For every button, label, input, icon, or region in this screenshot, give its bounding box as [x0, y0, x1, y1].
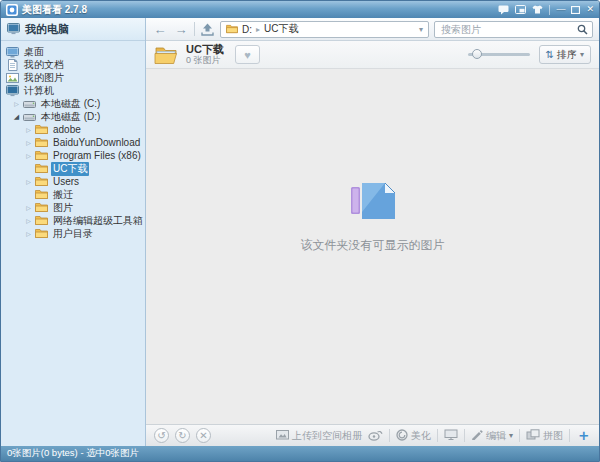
- rotate-left-button[interactable]: ↺: [154, 428, 169, 443]
- tree-item-program-files[interactable]: ▷Program Files (x86): [1, 149, 145, 162]
- folder-icon: [35, 215, 48, 226]
- folder-icon: [35, 137, 48, 148]
- expander-collapsed-icon[interactable]: ▷: [25, 126, 32, 133]
- tree-item-baiduyun[interactable]: ▷BaiduYunDownload: [1, 136, 145, 149]
- tree-item-label: 我的文档: [22, 58, 66, 72]
- expander-collapsed-icon[interactable]: ▷: [25, 217, 32, 224]
- sidebar-header: 我的电脑: [1, 18, 145, 41]
- slider-handle[interactable]: [472, 49, 482, 59]
- tree-item-web-toolbox[interactable]: ▷网络编辑超级工具箱: [1, 214, 145, 227]
- content-header: UC下载 0 张图片 ♥ ⇅ 排序 ▾: [146, 41, 599, 69]
- computer-header-icon: [7, 23, 20, 35]
- forward-icon[interactable]: →: [173, 22, 189, 37]
- folder-icon: [35, 228, 48, 239]
- empty-state: 该文件夹没有可显示的图片: [301, 179, 445, 254]
- sort-button[interactable]: ⇅ 排序 ▾: [539, 45, 591, 64]
- close-icon[interactable]: ✕: [586, 4, 594, 16]
- share-weibo-button[interactable]: [368, 429, 383, 443]
- tree-item-tupian[interactable]: ▷图片: [1, 201, 145, 214]
- rotate-right-button[interactable]: ↻: [175, 428, 190, 443]
- wallpaper-button[interactable]: [444, 429, 458, 443]
- tree-item-users[interactable]: ▷Users: [1, 175, 145, 188]
- tree-item-label: 图片: [51, 201, 75, 215]
- sidebar: 我的电脑 桌面我的文档我的图片计算机▷本地磁盘 (C:)◢本地磁盘 (D:)▷a…: [1, 18, 146, 446]
- chat-icon[interactable]: [498, 4, 509, 16]
- search-input[interactable]: [439, 23, 575, 36]
- delete-icon: ✕: [199, 431, 207, 441]
- folder-icon: [35, 163, 48, 174]
- bottom-toolbar: ↺ ↻ ✕ 上传到空间相册: [146, 424, 599, 446]
- current-folder-title: UC下载: [186, 43, 224, 56]
- favorite-button[interactable]: ♥: [235, 45, 260, 64]
- maximize-icon[interactable]: [571, 4, 580, 16]
- tree-item-adobe[interactable]: ▷adobe: [1, 123, 145, 136]
- edit-caret-icon: ▾: [509, 431, 513, 440]
- address-bar[interactable]: D: ▸ UC下载 ▾: [220, 21, 429, 38]
- empty-folder-icon: [347, 179, 399, 227]
- sidebar-header-label: 我的电脑: [25, 22, 69, 37]
- tree-item-desktop[interactable]: 桌面: [1, 45, 145, 58]
- tree-item-computer[interactable]: 计算机: [1, 84, 145, 97]
- beautify-button[interactable]: 美化: [396, 429, 431, 443]
- tree-item-disk-d[interactable]: ◢本地磁盘 (D:): [1, 110, 145, 123]
- tree-item-label: 本地磁盘 (D:): [39, 110, 102, 124]
- collage-label: 拼图: [543, 429, 563, 443]
- tree-item-uc-download[interactable]: UC下载: [1, 162, 145, 175]
- tree-item-label: 本地磁盘 (C:): [39, 97, 102, 111]
- collage-button[interactable]: 拼图: [526, 429, 563, 443]
- edit-label: 编辑: [486, 429, 506, 443]
- sort-label: 排序: [557, 48, 577, 62]
- pictures-icon: [6, 72, 19, 84]
- search-box[interactable]: [434, 21, 593, 38]
- bottom-toolbar-divider: [437, 429, 438, 442]
- tree-item-user-dir[interactable]: ▷用户目录: [1, 227, 145, 240]
- upload-icon: [276, 429, 289, 442]
- tree-item-label: Users: [51, 176, 81, 187]
- upload-label: 上传到空间相册: [292, 429, 362, 443]
- expander-collapsed-icon[interactable]: ▷: [25, 230, 32, 237]
- tree-item-label: 网络编辑超级工具箱: [51, 214, 145, 228]
- folder-icon: [35, 176, 48, 187]
- address-dropdown-icon[interactable]: ▾: [419, 25, 423, 34]
- tree-item-my-pictures[interactable]: 我的图片: [1, 71, 145, 84]
- tree-item-label: 搬迁: [51, 188, 75, 202]
- tree-item-label: 计算机: [22, 84, 56, 98]
- search-icon[interactable]: [577, 23, 588, 35]
- folder-icon: [35, 189, 48, 200]
- tree-item-label: Program Files (x86): [51, 150, 143, 161]
- beautify-label: 美化: [411, 429, 431, 443]
- tree-item-disk-c[interactable]: ▷本地磁盘 (C:): [1, 97, 145, 110]
- address-drive[interactable]: D:: [242, 24, 252, 35]
- delete-button[interactable]: ✕: [196, 428, 211, 443]
- expander-collapsed-icon[interactable]: ▷: [25, 139, 32, 146]
- edit-button[interactable]: 编辑 ▾: [471, 429, 513, 443]
- heart-icon: ♥: [244, 49, 251, 61]
- thumbnail-size-slider[interactable]: [468, 53, 530, 56]
- expander-collapsed-icon[interactable]: ▷: [25, 204, 32, 211]
- collage-icon: [526, 429, 540, 442]
- tree-item-banqian[interactable]: 搬迁: [1, 188, 145, 201]
- expander-expanded-icon[interactable]: ◢: [13, 113, 20, 121]
- add-button[interactable]: ＋: [576, 426, 591, 445]
- content-pane: ← → D: ▸ UC下载 ▾: [146, 18, 599, 446]
- drive-icon: [23, 99, 36, 109]
- mini-mode-icon[interactable]: [515, 4, 526, 16]
- up-level-icon[interactable]: [200, 23, 215, 35]
- expander-collapsed-icon[interactable]: ▷: [25, 178, 32, 185]
- upload-to-album-button[interactable]: 上传到空间相册: [276, 429, 362, 443]
- bottom-toolbar-divider: [389, 429, 390, 442]
- expander-collapsed-icon[interactable]: ▷: [13, 100, 20, 107]
- tree-item-label: 用户目录: [51, 227, 95, 241]
- folder-icon: [35, 202, 48, 213]
- back-icon[interactable]: ←: [152, 22, 168, 37]
- minimize-icon[interactable]: —: [556, 4, 565, 16]
- expander-collapsed-icon[interactable]: ▷: [25, 152, 32, 159]
- folder-icon: [35, 150, 48, 161]
- window-title: 美图看看 2.7.8: [22, 3, 87, 17]
- tree-item-my-documents[interactable]: 我的文档: [1, 58, 145, 71]
- empty-message: 该文件夹没有可显示的图片: [301, 237, 445, 254]
- address-folder[interactable]: UC下载: [264, 22, 298, 36]
- address-folder-icon: [226, 24, 238, 34]
- open-folder-icon: [154, 45, 179, 65]
- skin-icon[interactable]: [532, 4, 543, 16]
